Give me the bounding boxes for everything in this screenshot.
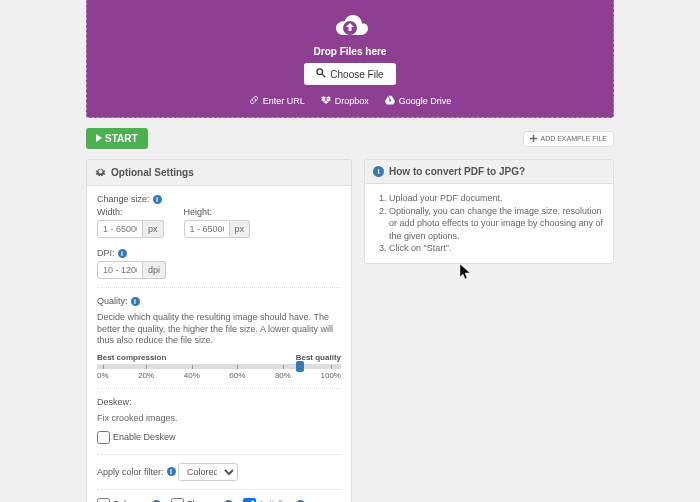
- howto-step: Optionally, you can change the image siz…: [389, 205, 603, 243]
- width-input[interactable]: [97, 220, 143, 238]
- color-filter-select[interactable]: Colored: [178, 463, 238, 481]
- search-icon: [316, 68, 326, 80]
- info-icon[interactable]: i: [131, 297, 140, 306]
- dpi-input[interactable]: [97, 261, 143, 279]
- gear-icon: [95, 166, 106, 179]
- deskew-description: Fix crooked images.: [97, 413, 341, 425]
- quality-slider[interactable]: [97, 364, 341, 369]
- dpi-unit: dpi: [143, 261, 166, 279]
- height-input[interactable]: [184, 220, 230, 238]
- howto-panel: i How to convert PDF to JPG? Upload your…: [364, 159, 614, 264]
- howto-steps: Upload your PDF document.Optionally, you…: [375, 192, 603, 255]
- choose-file-button[interactable]: Choose File: [304, 63, 395, 85]
- info-icon[interactable]: i: [118, 249, 127, 258]
- color-filter-label: Apply color filter: i: [97, 467, 176, 477]
- google-drive-icon: [385, 95, 395, 107]
- file-dropzone[interactable]: Drop Files here Choose File Enter URL Dr…: [86, 0, 614, 118]
- link-icon: [249, 95, 259, 107]
- upload-cloud-icon: [97, 12, 603, 42]
- howto-step: Upload your PDF document.: [389, 192, 603, 205]
- start-button-top[interactable]: START: [86, 128, 148, 149]
- deskew-label: Deskew:: [97, 397, 132, 407]
- drop-files-text: Drop Files here: [97, 46, 603, 57]
- change-size-label: Change size: i: [97, 194, 162, 204]
- quality-slider-handle[interactable]: [296, 361, 304, 372]
- plus-icon: [530, 135, 537, 143]
- howto-step: Click on "Start".: [389, 242, 603, 255]
- svg-point-1: [317, 69, 323, 75]
- sharpen-checkbox[interactable]: Sharpeni: [171, 498, 233, 502]
- antialias-checkbox[interactable]: Antialiasi: [243, 498, 305, 502]
- choose-file-label: Choose File: [330, 69, 383, 80]
- quality-description: Decide which quality the resulting image…: [97, 312, 341, 347]
- enhance-checkbox[interactable]: Enhancei: [97, 498, 161, 502]
- caret-right-icon: [96, 133, 102, 144]
- slider-label-left: Best compression: [97, 353, 166, 362]
- svg-line-2: [323, 74, 326, 77]
- height-label: Height:: [184, 207, 213, 217]
- width-label: Width:: [97, 207, 123, 217]
- info-icon[interactable]: i: [153, 195, 162, 204]
- optional-settings-title: Optional Settings: [111, 167, 194, 178]
- add-example-file-button[interactable]: ADD EXAMPLE FILE: [523, 131, 614, 147]
- enable-deskew-checkbox[interactable]: Enable Deskew: [97, 431, 176, 444]
- height-unit: px: [230, 220, 251, 238]
- import-dropbox[interactable]: Dropbox: [321, 95, 369, 107]
- width-unit: px: [143, 220, 164, 238]
- import-google-drive[interactable]: Google Drive: [385, 95, 452, 107]
- info-icon[interactable]: i: [167, 467, 176, 476]
- dpi-label: DPI: i: [97, 248, 127, 258]
- quality-label: Quality: i: [97, 296, 140, 306]
- dropbox-icon: [321, 95, 331, 107]
- optional-settings-panel: Optional Settings Change size: i Width: …: [86, 159, 352, 502]
- info-icon: i: [373, 166, 384, 177]
- howto-title: How to convert PDF to JPG?: [389, 166, 525, 177]
- import-enter-url[interactable]: Enter URL: [249, 95, 305, 107]
